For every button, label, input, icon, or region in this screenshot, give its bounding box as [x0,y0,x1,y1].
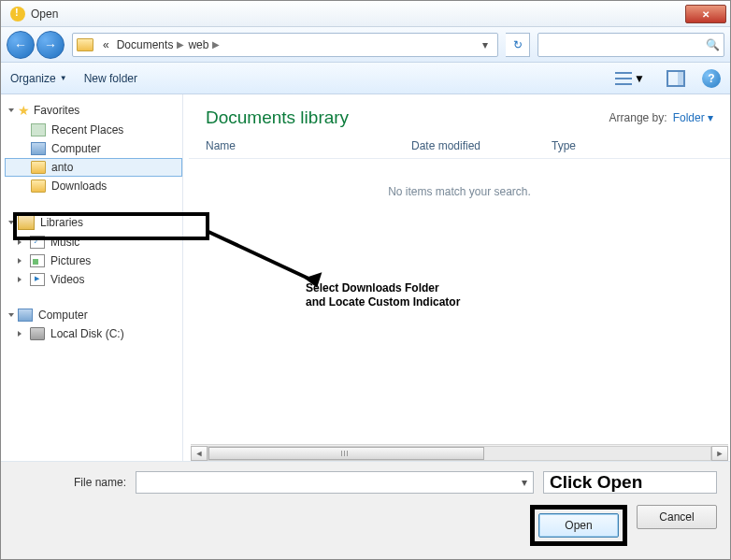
annotation-open-highlight: Open [530,505,627,546]
filename-input[interactable] [136,476,516,489]
open-button[interactable]: Open [538,513,619,538]
caret-right-icon [18,239,24,245]
videos-icon [30,273,45,286]
favorites-group[interactable]: ★ Favorites [5,100,182,121]
preview-pane-toggle[interactable] [666,70,685,87]
breadcrumb-web[interactable]: web [184,38,212,51]
caret-right-icon [18,331,24,337]
localdisk-label: Local Disk (C:) [50,327,124,340]
horizontal-scrollbar[interactable]: ◄ ► [191,444,728,461]
titlebar: Open [1,1,730,27]
videos-label: Videos [50,273,84,286]
col-name[interactable]: Name [206,139,411,152]
list-view-icon [615,72,632,85]
caret-right-icon [18,258,24,264]
caret-down-icon [8,221,14,224]
sidebar-item-computer[interactable]: Computer [5,139,182,158]
libraries-label: Libraries [40,216,83,229]
refresh-button[interactable]: ↻ [506,33,530,57]
recent-places-icon [31,123,46,136]
computer-group[interactable]: Computer [5,306,182,324]
address-dropdown[interactable]: ▾ [477,38,494,51]
music-label: Music [50,236,79,249]
anto-label: anto [51,161,73,174]
navigation-bar: ← → « Documents ▶ web ▶ ▾ ↻ 🔍 [1,27,730,63]
filetype-filter[interactable]: Click Open [543,471,717,494]
sidebar-item-pictures[interactable]: Pictures [5,251,182,270]
filename-label: File name: [14,476,126,489]
downloads-label: Downloads [51,179,107,193]
sidebar-item-recent-places[interactable]: Recent Places [5,121,182,139]
breadcrumb-sep: ▶ [177,39,184,50]
recent-label: Recent Places [51,123,123,136]
sidebar-item-videos[interactable]: Videos [5,270,182,289]
arrange-by-selector[interactable]: Folder ▾ [673,111,713,124]
search-icon[interactable]: 🔍 [701,38,724,51]
folder-icon [77,38,93,51]
library-title: Documents library [206,108,349,128]
col-type[interactable]: Type [552,139,713,152]
arrange-by-label: Arrange by: [609,111,667,124]
new-folder-button[interactable]: New folder [84,72,137,85]
organize-label: Organize [10,72,56,85]
annotation-text-line2: and Locate Custom Indicator [306,295,460,309]
navigation-sidebar: ★ Favorites Recent Places Computer anto [1,94,183,461]
sidebar-item-music[interactable]: Music [5,233,182,251]
favorites-label: Favorites [34,104,79,117]
libraries-icon [18,215,35,230]
column-headers[interactable]: Name Date modified Type [189,132,730,159]
annotation-text: Select Downloads Folder and Locate Custo… [306,281,460,309]
caret-down-icon [8,108,14,112]
scroll-track[interactable] [208,446,711,461]
library-header: Documents library Arrange by: Folder ▾ [189,94,730,132]
breadcrumb-sep: ▶ [212,39,220,50]
pictures-icon [30,254,45,267]
toolbar: Organize ▼ New folder ▼ ? [1,63,730,94]
close-button[interactable] [685,5,726,23]
disk-icon [30,327,45,340]
arrange-by-value: Folder [673,111,705,124]
chevron-down-icon: ▼ [60,74,67,82]
sidebar-item-anto[interactable]: anto [5,158,182,177]
breadcrumb-prefix: « [99,38,113,51]
app-icon [10,7,25,22]
search-input[interactable] [538,38,701,51]
empty-message: No items match your search. [189,159,730,224]
forward-button[interactable]: → [36,31,64,59]
computer-label: Computer [51,142,101,155]
back-button[interactable]: ← [7,31,35,59]
newfolder-label: New folder [84,72,137,85]
caret-right-icon [18,277,24,282]
scroll-right-button[interactable]: ► [711,446,728,461]
music-icon [30,236,45,249]
libraries-group[interactable]: Libraries [5,212,182,233]
sidebar-item-downloads[interactable]: Downloads [5,177,182,195]
search-box[interactable]: 🔍 [538,33,724,57]
annotation-click-open: Click Open [544,471,648,494]
computer-icon [31,142,46,155]
annotation-text-line1: Select Downloads Folder [306,281,460,295]
col-date[interactable]: Date modified [411,139,552,152]
filename-dropdown[interactable]: ▾ [516,476,533,489]
main-area: ★ Favorites Recent Places Computer anto [1,94,730,461]
scroll-thumb[interactable] [208,447,484,460]
computer-icon [18,309,33,322]
window-title: Open [31,7,685,21]
computer2-label: Computer [38,309,88,322]
chevron-down-icon: ▼ [634,72,645,85]
address-bar[interactable]: « Documents ▶ web ▶ ▾ [72,33,498,57]
pictures-label: Pictures [50,254,91,267]
filename-combobox[interactable]: ▾ [136,471,534,494]
folder-icon [31,179,46,193]
sidebar-item-local-disk-c[interactable]: Local Disk (C:) [5,324,182,343]
bottom-panel: File name: ▾ Click Open Open Cancel [1,461,730,559]
scroll-left-button[interactable]: ◄ [191,446,208,461]
help-button[interactable]: ? [702,69,721,88]
breadcrumb-documents[interactable]: Documents [113,38,178,51]
file-list-pane: Documents library Arrange by: Folder ▾ N… [189,94,730,461]
caret-down-icon [8,313,14,317]
view-mode-selector[interactable]: ▼ [610,69,650,88]
cancel-button[interactable]: Cancel [637,505,717,529]
open-dialog-window: Open ← → « Documents ▶ web ▶ ▾ ↻ 🔍 Organ… [0,0,731,560]
organize-menu[interactable]: Organize ▼ [10,72,67,85]
